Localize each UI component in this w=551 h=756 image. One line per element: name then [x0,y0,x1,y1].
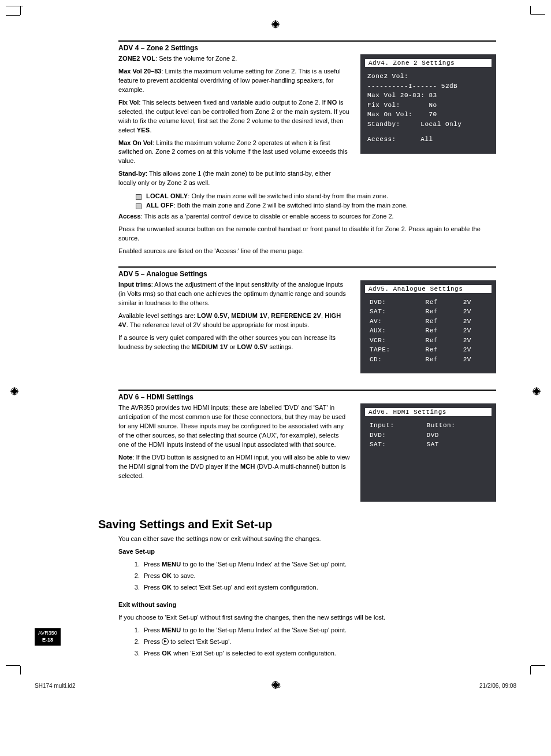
adv5-text: Input trims: Allows the adjustment of th… [118,280,350,355]
right-arrow-icon [162,638,169,645]
page-badge: AVR350 E-18 [35,628,61,645]
heading-saving: Saving Settings and Exit Set-up [98,518,496,531]
subhead-exit: Exit without saving [118,601,496,610]
osd-title: Adv6. HDMI Settings [365,408,492,416]
standby-options-list: LOCAL ONLY: Only the main zone will be s… [136,192,496,209]
footer: SH174 multi.id2 18 21/2/06, 09:08 [35,683,516,689]
section-heading-adv6: ADV 6 – HDMI Settings [118,393,496,401]
footer-page: 18 [274,683,281,689]
footer-date: 21/2/06, 09:08 [479,683,516,689]
osd-panel-adv6: Adv6. HDMI Settings Input:Button: DVD:DV… [360,403,496,502]
adv4-text: ZONE2 VOL: Sets the volume for Zone 2. M… [118,54,350,191]
registration-mark-icon [533,387,541,395]
hdmi-table: Input:Button: DVD:DVD SAT:SAT [367,421,489,450]
analogue-table: DVD:Ref2V SAT:Ref2V AV:Ref2V AUX:Ref2V V… [367,298,489,365]
registration-mark-icon [10,387,18,395]
section-heading-adv4: ADV 4 – Zone 2 Settings [118,44,496,52]
osd-title: Adv4. Zone 2 Settings [365,59,492,67]
adv6-text: The AVR350 provides two HDMI inputs; the… [118,403,350,484]
exit-steps: Press MENU to go to the 'Set-up Menu Ind… [142,626,496,658]
registration-mark-icon [271,20,280,28]
save-steps: Press MENU to go to the 'Set-up Menu Ind… [142,560,496,592]
osd-panel-adv4: Adv4. Zone 2 Settings Zone2 Vol: -------… [360,54,496,154]
osd-title: Adv5. Analogue Settings [365,285,492,293]
subhead-save: Save Set-up [118,547,496,557]
label: ZONE2 VOL [118,55,155,62]
section-heading-adv5: ADV 5 – Analogue Settings [118,270,496,278]
osd-panel-adv5: Adv5. Analogue Settings DVD:Ref2V SAT:Re… [360,280,496,374]
footer-doc: SH174 multi.id2 [35,683,76,689]
